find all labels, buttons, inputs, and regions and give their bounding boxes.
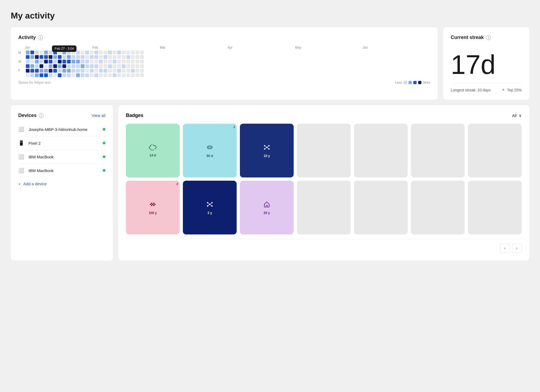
heat-cell[interactable] (90, 69, 94, 73)
heat-cell[interactable] (35, 73, 39, 77)
heat-cell[interactable] (40, 51, 43, 54)
heat-cell[interactable] (136, 60, 139, 63)
heat-cell[interactable] (131, 69, 135, 73)
heat-cell[interactable] (99, 69, 103, 73)
heat-cell[interactable] (108, 51, 112, 54)
heat-cell[interactable] (108, 60, 112, 63)
heat-cell[interactable] (90, 73, 94, 77)
heat-cell[interactable] (126, 51, 130, 54)
heat-cell[interactable] (72, 55, 75, 59)
heat-cell[interactable] (35, 69, 39, 73)
heat-cell[interactable] (76, 55, 80, 59)
heat-cell[interactable] (85, 51, 89, 54)
heat-cell[interactable] (35, 51, 39, 54)
heat-cell[interactable] (136, 55, 139, 59)
heat-cell[interactable] (104, 64, 107, 68)
heat-cell[interactable] (99, 51, 103, 54)
streak-info-icon[interactable]: i (486, 35, 491, 40)
heat-cell[interactable] (30, 69, 34, 73)
heat-cell[interactable] (30, 60, 34, 63)
heat-cell[interactable] (26, 73, 30, 77)
heat-cell[interactable] (81, 55, 84, 59)
heat-cell[interactable] (108, 69, 112, 73)
heat-cell[interactable] (113, 64, 116, 68)
heat-cell[interactable] (81, 60, 84, 63)
heat-cell[interactable] (122, 73, 126, 77)
heat-cell[interactable] (35, 55, 39, 59)
heat-cell[interactable] (72, 69, 75, 73)
heat-cell[interactable] (140, 55, 144, 59)
heat-cell[interactable] (104, 73, 107, 77)
heat-cell[interactable] (90, 51, 94, 54)
heat-cell[interactable] (67, 55, 71, 59)
heat-cell[interactable] (76, 69, 80, 73)
heat-cell[interactable] (126, 64, 130, 68)
heat-cell[interactable] (40, 73, 43, 77)
heat-cell[interactable] (131, 73, 135, 77)
heat-cell[interactable] (81, 51, 84, 54)
heat-cell[interactable] (99, 55, 103, 59)
heat-cell[interactable] (108, 64, 112, 68)
heat-cell[interactable] (94, 51, 98, 54)
heat-cell[interactable] (104, 60, 107, 63)
activity-info-icon[interactable]: i (38, 35, 43, 40)
badge-item-2[interactable]: 10 y (240, 124, 294, 177)
heat-cell[interactable] (136, 73, 139, 77)
heat-cell[interactable] (58, 64, 62, 68)
heat-cell[interactable] (44, 51, 48, 54)
heat-cell[interactable] (49, 64, 52, 68)
heat-cell[interactable] (72, 60, 75, 63)
heat-cell[interactable] (90, 60, 94, 63)
heat-cell[interactable] (113, 55, 116, 59)
heat-cell[interactable] (30, 73, 34, 77)
heat-cell[interactable] (81, 73, 84, 77)
heat-cell[interactable] (58, 73, 62, 77)
heat-cell[interactable] (30, 55, 34, 59)
heat-cell[interactable] (85, 60, 89, 63)
heat-cell[interactable] (53, 69, 57, 73)
badge-item-7[interactable]: 2100 y (126, 181, 180, 234)
heat-cell[interactable] (76, 73, 80, 77)
heat-cell[interactable] (49, 69, 52, 73)
devices-info-icon[interactable]: i (39, 113, 44, 118)
heat-cell[interactable] (35, 60, 39, 63)
badge-filter-button[interactable]: All ∨ (512, 113, 522, 118)
heat-cell[interactable] (76, 60, 80, 63)
heat-cell[interactable] (62, 73, 66, 77)
heat-cell[interactable] (49, 73, 52, 77)
heat-cell[interactable] (72, 64, 75, 68)
heat-cell[interactable] (49, 55, 52, 59)
heat-cell[interactable] (53, 64, 57, 68)
heat-cell[interactable] (94, 69, 98, 73)
heat-cell[interactable] (140, 51, 144, 54)
heat-cell[interactable] (81, 69, 84, 73)
heat-cell[interactable] (117, 69, 121, 73)
heat-cell[interactable] (44, 60, 48, 63)
heat-cell[interactable] (131, 51, 135, 54)
heat-cell[interactable] (113, 60, 116, 63)
heat-cell[interactable] (67, 73, 71, 77)
heat-cell[interactable] (94, 73, 98, 77)
heat-cell[interactable] (85, 64, 89, 68)
heat-cell[interactable] (90, 55, 94, 59)
heat-cell[interactable] (76, 64, 80, 68)
heat-cell[interactable] (113, 69, 116, 73)
heat-cell[interactable] (99, 64, 103, 68)
heat-cell[interactable] (108, 55, 112, 59)
heat-cell[interactable] (67, 64, 71, 68)
heat-cell[interactable] (126, 55, 130, 59)
heat-cell[interactable] (122, 51, 126, 54)
heat-cell[interactable] (53, 60, 57, 63)
heat-cell[interactable] (67, 60, 71, 63)
badge-item-1[interactable]: 290 d (183, 124, 237, 177)
heat-cell[interactable] (44, 64, 48, 68)
heat-cell[interactable] (140, 64, 144, 68)
heat-cell[interactable] (122, 55, 126, 59)
heat-cell[interactable] (99, 73, 103, 77)
heat-cell[interactable] (26, 64, 30, 68)
heat-cell[interactable] (58, 69, 62, 73)
heat-cell[interactable] (81, 64, 84, 68)
heat-cell[interactable] (131, 60, 135, 63)
heat-cell[interactable] (53, 73, 57, 77)
heat-cell[interactable] (72, 51, 75, 54)
